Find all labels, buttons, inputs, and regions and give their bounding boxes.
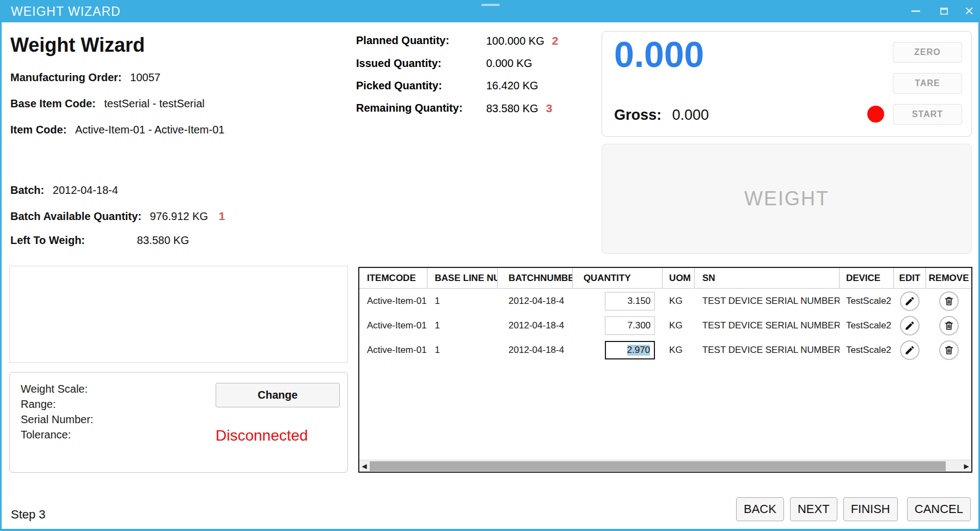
cell-remove [926, 313, 971, 338]
left-to-weigh-row: Left To Weigh: 83.580 KG [10, 234, 189, 247]
empty-list-box [9, 266, 348, 363]
cell-remove [926, 289, 971, 313]
tolerance-label: Tolerance: [21, 427, 93, 442]
gross-value: 0.000 [672, 107, 709, 123]
cell-uom: KG [663, 289, 695, 313]
table-row[interactable]: Active-Item-01 1 2012-04-18-4 7.300 KG T… [359, 313, 971, 338]
batch-available-row: Batch Available Quantity: 976.912 KG 1 [10, 210, 225, 223]
column-header-batchnumber[interactable]: BATCHNUMBER [498, 268, 573, 288]
scroll-right-arrow-icon[interactable]: ▶ [961, 460, 971, 472]
cell-itemcode: Active-Item-01 [359, 313, 427, 338]
cell-quantity: 3.150 [573, 289, 663, 313]
cell-sn: TEST DEVICE SERIAL NUMBER [695, 313, 840, 338]
cell-batchnumber: 2012-04-18-4 [498, 313, 573, 338]
quantity-input[interactable]: 2.970 [605, 341, 655, 359]
remaining-quantity-value: 83.580 KG3 [486, 102, 558, 115]
picked-quantity-label: Picked Quantity: [356, 80, 486, 92]
cancel-button[interactable]: CANCEL [907, 497, 971, 521]
remove-row-button[interactable] [939, 291, 959, 311]
batch-row: Batch: 2012-04-18-4 [10, 184, 118, 197]
weight-placeholder-text: WEIGHT [744, 187, 829, 210]
quantity-input[interactable]: 3.150 [605, 292, 655, 310]
base-item-code-label: Base Item Code: [10, 97, 96, 109]
item-code-row: Item Code: Active-Item-01 - Active-Item-… [10, 124, 224, 136]
maximize-icon [940, 8, 948, 15]
pencil-icon [904, 320, 915, 331]
column-header-base-line-num[interactable]: BASE LINE NUM [427, 268, 498, 288]
annotation-1: 1 [219, 210, 225, 222]
scrollbar-thumb[interactable] [370, 461, 946, 471]
column-header-quantity[interactable]: QUANTITY [573, 268, 663, 288]
cell-base-line-num: 1 [427, 313, 498, 338]
base-item-code-row: Base Item Code: testSerial - testSerial [10, 97, 205, 110]
column-header-edit[interactable]: EDIT [894, 268, 927, 288]
close-button[interactable]: ✕ [957, 0, 980, 22]
title-bar[interactable]: WEIGHT WIZARD ✕ [0, 0, 980, 22]
planned-quantity-label: Planned Quantity: [356, 34, 486, 47]
cell-batchnumber: 2012-04-18-4 [498, 289, 573, 313]
issued-quantity-value: 0.000 KG [486, 57, 558, 70]
planned-quantity-value: 100.000 KG2 [486, 34, 558, 47]
scroll-left-arrow-icon[interactable]: ◀ [359, 460, 369, 472]
column-header-remove[interactable]: REMOVE [926, 268, 971, 288]
column-header-itemcode[interactable]: ITEMCODE [359, 268, 427, 288]
remove-row-button[interactable] [939, 340, 959, 360]
range-label: Range: [21, 396, 93, 412]
remove-row-button[interactable] [939, 316, 959, 335]
maximize-button[interactable] [932, 0, 957, 22]
batch-label: Batch: [10, 184, 44, 196]
trash-icon [944, 345, 954, 356]
weighings-table: ITEMCODE BASE LINE NUM BATCHNUMBER QUANT… [358, 267, 972, 473]
table-row[interactable]: Active-Item-01 1 2012-04-18-4 3.150 KG T… [359, 289, 971, 313]
minimize-button[interactable] [903, 0, 928, 22]
table-body: Active-Item-01 1 2012-04-18-4 3.150 KG T… [359, 289, 971, 362]
cell-base-line-num: 1 [427, 338, 498, 362]
column-header-device[interactable]: DEVICE [840, 268, 894, 288]
device-labels: Weight Scale: Range: Serial Number: Tole… [21, 381, 93, 442]
gross-row: Gross: 0.000 [614, 107, 709, 124]
cell-sn: TEST DEVICE SERIAL NUMBER [695, 289, 840, 313]
edit-row-button[interactable] [900, 291, 920, 311]
cell-itemcode: Active-Item-01 [359, 289, 427, 313]
minimize-icon [911, 10, 920, 12]
cell-edit [894, 338, 927, 362]
annotation-2: 2 [552, 34, 559, 47]
change-scale-button[interactable]: Change [216, 383, 340, 407]
left-to-weigh-value: 83.580 KG [137, 234, 189, 246]
drag-handle[interactable] [481, 4, 500, 6]
next-button[interactable]: NEXT [790, 497, 837, 521]
start-button[interactable]: START [893, 104, 962, 125]
window-title: WEIGHT WIZARD [11, 4, 121, 19]
cell-remove [926, 338, 971, 362]
edit-row-button[interactable] [900, 316, 920, 335]
column-header-sn[interactable]: SN [695, 268, 840, 288]
cell-device: TestScale2 [840, 338, 894, 362]
zero-button[interactable]: ZERO [893, 42, 962, 63]
cell-edit [894, 313, 927, 338]
issued-quantity-label: Issued Quantity: [356, 57, 486, 70]
back-button[interactable]: BACK [736, 497, 784, 521]
cell-quantity: 7.300 [573, 313, 663, 338]
tare-button[interactable]: TARE [893, 73, 962, 94]
edit-row-button[interactable] [900, 340, 920, 360]
picked-quantity-value: 16.420 KG [486, 80, 558, 92]
cell-device: TestScale2 [840, 289, 894, 313]
serial-number-label: Serial Number: [21, 412, 93, 427]
quantity-input[interactable]: 7.300 [605, 316, 655, 335]
cell-device: TestScale2 [840, 313, 894, 338]
horizontal-scrollbar[interactable]: ◀ ▶ [359, 460, 971, 472]
manufacturing-order-value: 10057 [130, 71, 161, 83]
cell-edit [894, 289, 927, 313]
close-icon: ✕ [964, 5, 974, 17]
item-code-value: Active-Item-01 - Active-Item-01 [75, 124, 225, 136]
device-info-panel: Weight Scale: Range: Serial Number: Tole… [9, 372, 348, 473]
table-header: ITEMCODE BASE LINE NUM BATCHNUMBER QUANT… [359, 268, 971, 289]
column-header-uom[interactable]: UOM [663, 268, 695, 288]
table-row[interactable]: Active-Item-01 1 2012-04-18-4 2.970 KG T… [359, 338, 971, 362]
scale-panel: 0.000 Gross: 0.000 ZERO TARE START [602, 31, 972, 137]
cell-uom: KG [663, 313, 695, 338]
finish-button[interactable]: FINISH [843, 497, 898, 521]
manufacturing-order-label: Manufacturing Order: [10, 71, 121, 83]
weight-placeholder-panel: WEIGHT [602, 144, 972, 254]
quantities-panel: Planned Quantity: 100.000 KG2 Issued Qua… [356, 34, 558, 115]
